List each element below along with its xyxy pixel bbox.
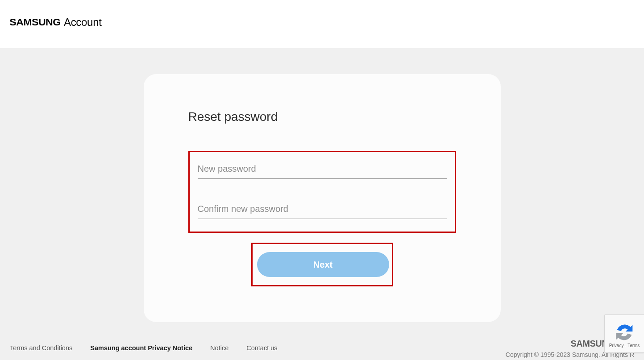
recaptcha-icon [615,323,634,342]
next-button[interactable]: Next [257,252,389,277]
footer-link-contact[interactable]: Contact us [246,344,277,352]
footer-links: Terms and Conditions Samsung account Pri… [10,344,278,352]
new-password-input[interactable] [198,160,447,179]
button-highlight-box: Next [251,243,393,286]
page-title: Reset password [188,110,456,124]
recaptcha-badge[interactable]: Privacy - Terms [604,314,644,353]
reset-password-card: Reset password Next [144,74,501,322]
new-password-row [198,160,447,179]
recaptcha-links: Privacy - Terms [609,343,640,348]
recaptcha-separator: - [623,343,627,348]
footer: Terms and Conditions Samsung account Pri… [0,335,644,360]
inputs-highlight-box [188,151,456,233]
recaptcha-terms-link[interactable]: Terms [627,343,640,348]
footer-link-privacy[interactable]: Samsung account Privacy Notice [90,344,192,352]
header: SAMSUNG Account [0,0,644,48]
footer-link-terms[interactable]: Terms and Conditions [10,344,72,352]
confirm-password-input[interactable] [198,200,447,219]
confirm-password-row [198,200,447,219]
footer-link-notice[interactable]: Notice [210,344,229,352]
recaptcha-privacy-link[interactable]: Privacy [609,343,624,348]
main-background: Reset password Next [0,48,644,360]
logo[interactable]: SAMSUNG Account [11,16,633,29]
brand-text: SAMSUNG [9,17,60,28]
product-text: Account [64,16,102,29]
